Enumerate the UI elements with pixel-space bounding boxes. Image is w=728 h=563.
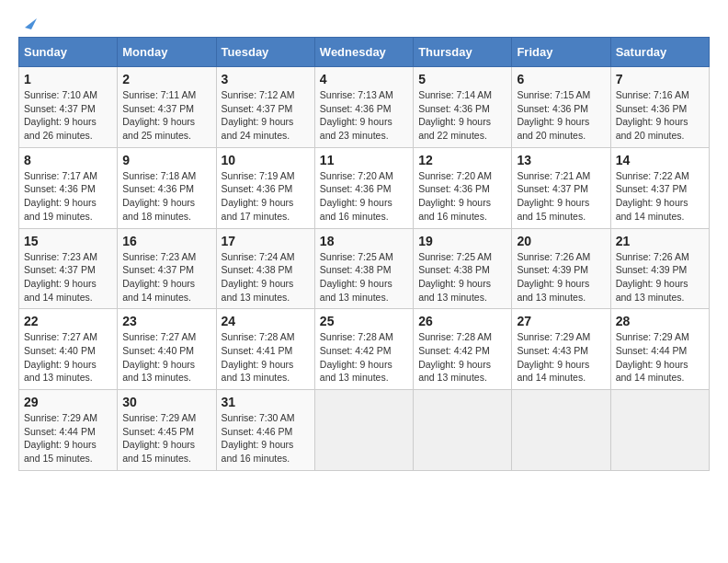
day-info: Sunrise: 7:27 AMSunset: 4:40 PMDaylight:… <box>122 330 210 385</box>
calendar-cell: 24 Sunrise: 7:28 AMSunset: 4:41 PMDaylig… <box>216 309 314 390</box>
calendar-week-0: 1 Sunrise: 7:10 AMSunset: 4:37 PMDayligh… <box>19 67 710 148</box>
day-number: 6 <box>517 72 605 86</box>
calendar-cell: 30 Sunrise: 7:29 AMSunset: 4:45 PMDaylig… <box>118 390 216 471</box>
header-tuesday: Tuesday <box>216 38 314 67</box>
day-info: Sunrise: 7:10 AMSunset: 4:37 PMDaylight:… <box>24 88 112 143</box>
calendar-cell <box>414 390 512 471</box>
day-info: Sunrise: 7:23 AMSunset: 4:37 PMDaylight:… <box>24 250 112 304</box>
day-info: Sunrise: 7:20 AMSunset: 4:36 PMDaylight:… <box>320 169 408 224</box>
day-number: 15 <box>24 234 112 248</box>
calendar-cell: 14 Sunrise: 7:22 AMSunset: 4:37 PMDaylig… <box>610 147 709 228</box>
day-number: 19 <box>418 234 506 248</box>
calendar-week-2: 15 Sunrise: 7:23 AMSunset: 4:37 PMDaylig… <box>19 228 710 309</box>
header <box>18 18 710 28</box>
day-number: 11 <box>320 153 408 167</box>
calendar-cell: 15 Sunrise: 7:23 AMSunset: 4:37 PMDaylig… <box>19 228 118 309</box>
calendar-cell: 16 Sunrise: 7:23 AMSunset: 4:37 PMDaylig… <box>118 228 216 309</box>
day-info: Sunrise: 7:11 AMSunset: 4:37 PMDaylight:… <box>122 88 210 143</box>
day-info: Sunrise: 7:15 AMSunset: 4:36 PMDaylight:… <box>517 88 605 143</box>
header-saturday: Saturday <box>610 38 709 67</box>
day-info: Sunrise: 7:16 AMSunset: 4:36 PMDaylight:… <box>616 88 704 143</box>
day-info: Sunrise: 7:13 AMSunset: 4:36 PMDaylight:… <box>320 88 408 143</box>
calendar-cell: 22 Sunrise: 7:27 AMSunset: 4:40 PMDaylig… <box>19 309 118 390</box>
day-info: Sunrise: 7:14 AMSunset: 4:36 PMDaylight:… <box>418 88 506 143</box>
calendar-week-4: 29 Sunrise: 7:29 AMSunset: 4:44 PMDaylig… <box>19 390 710 471</box>
calendar-cell: 13 Sunrise: 7:21 AMSunset: 4:37 PMDaylig… <box>512 147 610 228</box>
day-info: Sunrise: 7:18 AMSunset: 4:36 PMDaylight:… <box>122 169 210 224</box>
calendar-cell: 17 Sunrise: 7:24 AMSunset: 4:38 PMDaylig… <box>216 228 314 309</box>
day-info: Sunrise: 7:25 AMSunset: 4:38 PMDaylight:… <box>320 250 408 304</box>
day-number: 30 <box>122 395 210 409</box>
day-number: 25 <box>320 314 408 328</box>
day-number: 14 <box>616 153 704 167</box>
day-info: Sunrise: 7:20 AMSunset: 4:36 PMDaylight:… <box>418 169 506 224</box>
calendar-cell: 7 Sunrise: 7:16 AMSunset: 4:36 PMDayligh… <box>610 67 709 148</box>
calendar-cell: 1 Sunrise: 7:10 AMSunset: 4:37 PMDayligh… <box>19 67 118 148</box>
calendar-cell: 6 Sunrise: 7:15 AMSunset: 4:36 PMDayligh… <box>512 67 610 148</box>
day-number: 1 <box>24 72 112 86</box>
day-info: Sunrise: 7:17 AMSunset: 4:36 PMDaylight:… <box>24 169 112 224</box>
calendar-cell: 11 Sunrise: 7:20 AMSunset: 4:36 PMDaylig… <box>314 147 413 228</box>
calendar-cell: 21 Sunrise: 7:26 AMSunset: 4:39 PMDaylig… <box>610 228 709 309</box>
svg-marker-0 <box>25 18 37 29</box>
day-info: Sunrise: 7:19 AMSunset: 4:36 PMDaylight:… <box>222 169 310 224</box>
calendar-cell: 25 Sunrise: 7:28 AMSunset: 4:42 PMDaylig… <box>314 309 413 390</box>
day-info: Sunrise: 7:26 AMSunset: 4:39 PMDaylight:… <box>517 250 605 304</box>
day-number: 21 <box>616 234 704 248</box>
day-number: 3 <box>222 72 310 86</box>
day-number: 10 <box>222 153 310 167</box>
header-friday: Friday <box>512 38 610 67</box>
day-number: 8 <box>24 153 112 167</box>
logo-bird-icon <box>20 15 37 31</box>
logo <box>18 18 37 28</box>
calendar-cell: 8 Sunrise: 7:17 AMSunset: 4:36 PMDayligh… <box>19 147 118 228</box>
day-info: Sunrise: 7:24 AMSunset: 4:38 PMDaylight:… <box>222 250 310 304</box>
day-info: Sunrise: 7:25 AMSunset: 4:38 PMDaylight:… <box>418 250 506 304</box>
day-number: 26 <box>418 314 506 328</box>
calendar-table: SundayMondayTuesdayWednesdayThursdayFrid… <box>18 37 710 471</box>
day-number: 17 <box>222 234 310 248</box>
day-info: Sunrise: 7:28 AMSunset: 4:42 PMDaylight:… <box>320 330 408 385</box>
calendar-cell: 28 Sunrise: 7:29 AMSunset: 4:44 PMDaylig… <box>610 309 709 390</box>
calendar-cell: 27 Sunrise: 7:29 AMSunset: 4:43 PMDaylig… <box>512 309 610 390</box>
day-info: Sunrise: 7:29 AMSunset: 4:44 PMDaylight:… <box>616 330 704 385</box>
day-info: Sunrise: 7:30 AMSunset: 4:46 PMDaylight:… <box>222 411 310 465</box>
day-number: 23 <box>122 314 210 328</box>
day-number: 4 <box>320 72 408 86</box>
calendar-cell: 3 Sunrise: 7:12 AMSunset: 4:37 PMDayligh… <box>216 67 314 148</box>
day-info: Sunrise: 7:26 AMSunset: 4:39 PMDaylight:… <box>616 250 704 304</box>
day-info: Sunrise: 7:21 AMSunset: 4:37 PMDaylight:… <box>517 169 605 224</box>
day-number: 13 <box>517 153 605 167</box>
calendar-cell: 31 Sunrise: 7:30 AMSunset: 4:46 PMDaylig… <box>216 390 314 471</box>
calendar-cell: 9 Sunrise: 7:18 AMSunset: 4:36 PMDayligh… <box>118 147 216 228</box>
day-info: Sunrise: 7:28 AMSunset: 4:41 PMDaylight:… <box>222 330 310 385</box>
day-info: Sunrise: 7:22 AMSunset: 4:37 PMDaylight:… <box>616 169 704 224</box>
calendar-cell <box>314 390 413 471</box>
day-info: Sunrise: 7:28 AMSunset: 4:42 PMDaylight:… <box>418 330 506 385</box>
day-number: 18 <box>320 234 408 248</box>
day-number: 27 <box>517 314 605 328</box>
day-info: Sunrise: 7:29 AMSunset: 4:44 PMDaylight:… <box>24 411 112 465</box>
calendar-cell: 5 Sunrise: 7:14 AMSunset: 4:36 PMDayligh… <box>414 67 512 148</box>
calendar-cell: 23 Sunrise: 7:27 AMSunset: 4:40 PMDaylig… <box>118 309 216 390</box>
calendar-cell <box>610 390 709 471</box>
calendar-cell: 18 Sunrise: 7:25 AMSunset: 4:38 PMDaylig… <box>314 228 413 309</box>
day-number: 29 <box>24 395 112 409</box>
header-monday: Monday <box>118 38 216 67</box>
calendar-cell: 20 Sunrise: 7:26 AMSunset: 4:39 PMDaylig… <box>512 228 610 309</box>
calendar-cell: 12 Sunrise: 7:20 AMSunset: 4:36 PMDaylig… <box>414 147 512 228</box>
day-number: 24 <box>222 314 310 328</box>
day-info: Sunrise: 7:23 AMSunset: 4:37 PMDaylight:… <box>122 250 210 304</box>
day-number: 7 <box>616 72 704 86</box>
day-number: 9 <box>122 153 210 167</box>
calendar-header-row: SundayMondayTuesdayWednesdayThursdayFrid… <box>19 38 710 67</box>
day-number: 22 <box>24 314 112 328</box>
day-number: 5 <box>418 72 506 86</box>
calendar-cell: 29 Sunrise: 7:29 AMSunset: 4:44 PMDaylig… <box>19 390 118 471</box>
header-sunday: Sunday <box>19 38 118 67</box>
day-info: Sunrise: 7:12 AMSunset: 4:37 PMDaylight:… <box>222 88 310 143</box>
calendar-week-1: 8 Sunrise: 7:17 AMSunset: 4:36 PMDayligh… <box>19 147 710 228</box>
day-number: 12 <box>418 153 506 167</box>
day-info: Sunrise: 7:29 AMSunset: 4:45 PMDaylight:… <box>122 411 210 465</box>
calendar-cell: 26 Sunrise: 7:28 AMSunset: 4:42 PMDaylig… <box>414 309 512 390</box>
